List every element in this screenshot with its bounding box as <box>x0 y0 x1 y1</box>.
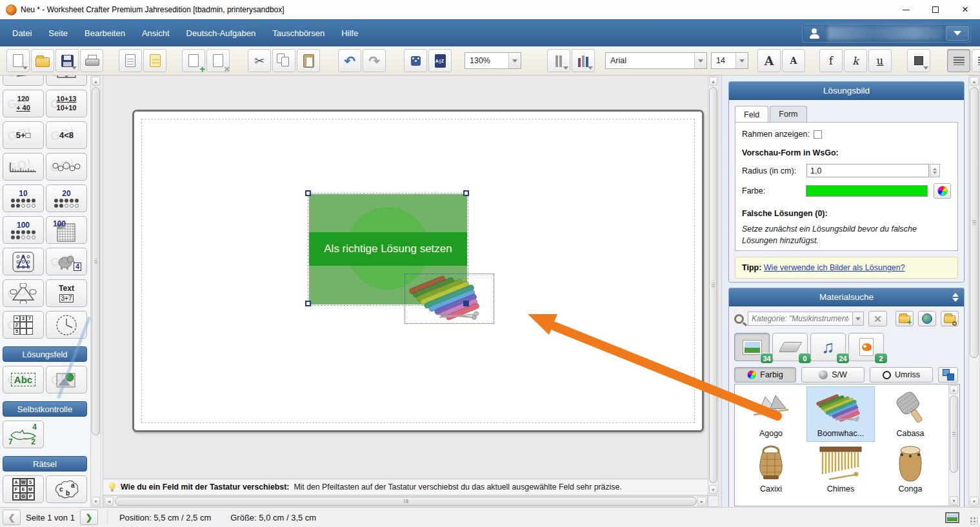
underline-button[interactable]: u <box>868 49 892 72</box>
tool-word-grid[interactable]: AWSFEMXGP <box>3 475 44 503</box>
panel-scrollbar[interactable]: ▲ ▼ <box>968 75 980 507</box>
paste-button[interactable] <box>297 49 320 72</box>
scroll-up-arrow[interactable]: ▲ <box>950 385 958 394</box>
menu-bearbeiten[interactable]: Bearbeiten <box>76 23 134 43</box>
scroll-down-arrow[interactable]: ▼ <box>970 497 979 506</box>
boomwhackers-selection[interactable] <box>405 273 494 324</box>
material-item-partial-3[interactable] <box>877 498 944 506</box>
scrollbar-thumb[interactable] <box>92 87 100 435</box>
notes-button[interactable] <box>143 49 166 72</box>
category-images-button[interactable]: 34 <box>734 333 770 361</box>
canvas-hscrollbar[interactable]: ◄ ► <box>103 495 708 507</box>
scroll-down-arrow[interactable]: ▼ <box>92 497 100 506</box>
scrollbar-thumb[interactable] <box>950 395 958 473</box>
material-item-boomwhackers[interactable]: Boomwhac... <box>807 387 874 441</box>
farbe-swatch[interactable] <box>806 185 928 197</box>
font-family-dropdown[interactable] <box>694 53 706 68</box>
clear-search-button[interactable]: ✕ <box>868 311 886 326</box>
rahmen-checkbox[interactable] <box>814 130 822 139</box>
material-item-partial-2[interactable] <box>807 498 874 506</box>
italic-button[interactable]: k <box>844 49 867 72</box>
scroll-down-arrow[interactable]: ▼ <box>709 485 717 494</box>
canvas-vscrollbar[interactable]: ▲ ▼ <box>708 75 719 495</box>
material-item-conga[interactable]: Conga <box>877 442 944 497</box>
filter-sw-button[interactable]: S/W <box>801 367 865 383</box>
tool-twenty-field[interactable]: 20 <box>46 184 87 212</box>
font-size-combo[interactable]: 14 <box>711 52 748 69</box>
close-button[interactable]: × <box>950 0 980 19</box>
tool-number-triangle[interactable]: GO! <box>3 279 44 307</box>
tool-scramble[interactable]: cab <box>46 475 87 503</box>
minimize-button[interactable] <box>891 0 921 19</box>
resize-grip[interactable] <box>970 517 977 524</box>
tab-form[interactable]: Form <box>770 106 806 122</box>
material-list-scrollbar[interactable]: ▲ ▼ <box>948 384 959 506</box>
cut-button[interactable]: ✂ <box>248 49 271 72</box>
search-dropdown[interactable] <box>852 312 864 326</box>
section-selbstkontrolle[interactable]: Selbstkontrolle <box>3 401 87 417</box>
menu-hilfe[interactable]: Hilfe <box>333 23 366 43</box>
scroll-up-arrow[interactable]: ▲ <box>92 77 100 86</box>
tool-comparison[interactable]: GO!4<8 <box>46 121 87 149</box>
save-button[interactable] <box>55 49 79 72</box>
selection-handle-tl[interactable] <box>305 190 311 196</box>
selection-handle-tr[interactable] <box>463 190 469 196</box>
scroll-left-arrow[interactable]: ◄ <box>105 497 114 506</box>
tool-geoboard[interactable] <box>3 248 44 275</box>
tool-fraction-tasks[interactable]: GO!10+1310+10 <box>46 90 87 117</box>
new-document-button[interactable] <box>6 49 30 72</box>
material-item-caxixi[interactable]: Caxixi <box>737 442 805 497</box>
decrease-font-button[interactable]: A <box>782 49 805 72</box>
category-worksheets-button[interactable]: 2 <box>848 333 884 361</box>
category-audio-button[interactable]: ♫24 <box>810 333 846 361</box>
canvas-area[interactable]: Als richtige Lösung setzen Wie du ein Fe… <box>103 75 721 507</box>
material-results-list[interactable]: Agogo Boomwhac... Cabasa Caxixi Chimes C… <box>734 384 960 506</box>
tool-hundred-grid[interactable]: 100 <box>46 216 87 244</box>
online-search-button[interactable] <box>918 311 936 326</box>
tool-protractor[interactable]: GO! <box>46 75 87 86</box>
add-page-button[interactable]: + <box>182 49 205 72</box>
material-item-cabasa[interactable]: Cabasa <box>877 387 944 441</box>
tool-counting-image[interactable]: GO!4 <box>46 248 87 275</box>
tool-ten-field[interactable]: 10 <box>3 184 44 212</box>
font-color-button[interactable] <box>907 49 930 72</box>
randomize-button[interactable] <box>404 49 427 72</box>
tool-written-addition[interactable]: GO!120+ 40 <box>3 90 44 117</box>
add-folder-button[interactable]: + <box>895 311 914 326</box>
zoom-dropdown[interactable] <box>508 53 521 68</box>
align-left-button[interactable] <box>947 49 970 72</box>
font-size-dropdown[interactable] <box>735 53 748 68</box>
undo-button[interactable]: ↶ <box>338 49 361 72</box>
copy-button[interactable] <box>272 49 295 72</box>
material-item-partial-1[interactable] <box>737 498 805 506</box>
tool-equation[interactable]: GO!5+□ <box>3 121 44 149</box>
materialsuche-header[interactable]: Materialsuche <box>729 288 964 306</box>
menu-seite[interactable]: Seite <box>40 23 76 43</box>
section-raetsel[interactable]: Rätsel <box>3 456 87 472</box>
selection-handle-bl[interactable] <box>305 301 311 306</box>
tool-number-table[interactable]: GO!+3725 <box>3 311 44 339</box>
open-button[interactable] <box>31 49 54 72</box>
radius-spinner[interactable] <box>930 164 940 177</box>
account-dropdown-button[interactable] <box>946 26 969 41</box>
menu-datei[interactable]: Datei <box>4 23 40 43</box>
font-family-combo[interactable]: Arial <box>605 52 707 69</box>
radius-input[interactable] <box>806 164 929 177</box>
tool-text-field[interactable]: Text3+7 <box>46 279 87 307</box>
scrollbar-thumb[interactable] <box>970 87 979 358</box>
tool-hundred-field[interactable]: 100 <box>3 216 44 244</box>
loesungsbild-header[interactable]: Lösungsbild <box>729 82 964 100</box>
align-center-button[interactable] <box>972 49 980 72</box>
material-item-agogo[interactable]: Agogo <box>737 387 805 441</box>
redo-button[interactable]: ↷ <box>363 49 386 72</box>
column-style-button[interactable] <box>572 49 595 72</box>
multi-select-button[interactable] <box>938 367 958 383</box>
increase-font-button[interactable]: A <box>757 49 781 72</box>
zoom-combo[interactable]: 130% <box>465 52 521 69</box>
next-page-button[interactable]: ❯ <box>80 510 98 525</box>
account-widget[interactable] <box>802 24 971 43</box>
sidebar-scrollbar[interactable]: ▲ ▼ <box>90 75 101 507</box>
bold-button[interactable]: f <box>819 49 843 72</box>
menu-deutsch-aufgaben[interactable]: Deutsch-Aufgaben <box>178 23 265 43</box>
scroll-right-arrow[interactable]: ► <box>697 497 706 506</box>
